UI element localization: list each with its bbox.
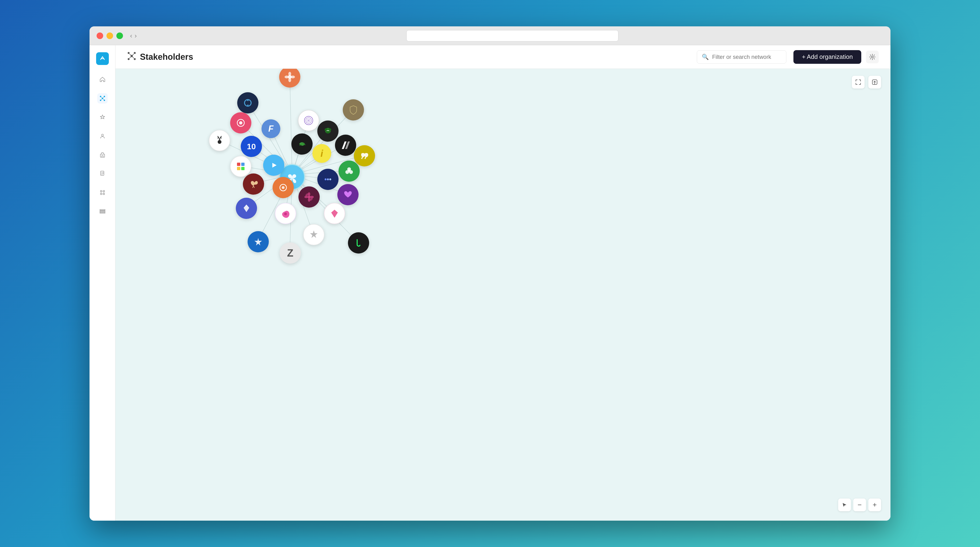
node-bird[interactable] [243,173,264,195]
node-purple-heart[interactable] [337,184,358,205]
node-i[interactable]: i [312,144,331,163]
svg-point-81 [326,131,330,133]
node-clover[interactable] [339,160,360,182]
node-play[interactable] [263,155,284,176]
url-bar[interactable] [406,30,618,41]
node-quote[interactable] [354,145,375,166]
svg-line-6 [101,97,102,98]
network-canvas: F 10 [115,69,891,521]
sidebar-item-organizations[interactable] [97,150,108,160]
svg-rect-106 [355,239,362,246]
search-input[interactable] [712,54,781,60]
svg-point-30 [134,52,136,54]
node-notch-star[interactable] [303,224,325,245]
sidebar-item-home[interactable] [97,75,108,85]
node-orange-circle[interactable] [272,177,294,198]
svg-point-4 [100,100,101,101]
sidebar-nav [97,75,108,217]
sidebar-item-favorites[interactable] [97,112,108,122]
svg-point-94 [327,178,329,180]
svg-point-32 [134,58,136,60]
node-sphere[interactable] [291,133,313,155]
svg-line-38 [290,76,292,174]
node-f[interactable]: F [261,119,280,138]
zoom-out-button[interactable]: − [853,498,866,511]
titlebar: ‹ › [89,26,891,45]
svg-line-9 [103,99,103,100]
svg-point-18 [103,190,105,192]
svg-point-5 [103,100,105,101]
zoom-in-button[interactable]: + [868,498,881,511]
svg-rect-13 [100,171,104,175]
sidebar-item-integrations[interactable] [97,187,108,198]
nav-arrows: ‹ › [130,32,137,40]
svg-point-2 [100,96,101,97]
navigate-button[interactable] [838,498,851,511]
svg-point-20 [103,193,105,195]
node-shield[interactable] [343,99,364,120]
close-button[interactable] [97,32,103,39]
node-cyan-star[interactable] [248,231,269,252]
forward-arrow[interactable]: › [135,32,137,40]
node-sync[interactable] [237,92,258,113]
svg-point-95 [329,178,331,180]
node-j[interactable] [348,232,369,254]
svg-point-82 [327,130,328,131]
add-organization-button[interactable]: + Add organization [794,50,861,64]
svg-rect-85 [237,163,240,166]
maximize-button[interactable] [116,32,123,39]
svg-point-70 [291,76,295,78]
search-bar[interactable]: 🔍 [697,51,786,63]
network-lines [115,69,891,521]
svg-rect-27 [100,212,105,213]
svg-rect-86 [241,163,245,166]
app-window: ‹ › [89,26,891,521]
svg-point-29 [128,52,130,54]
node-code[interactable] [317,169,339,190]
svg-rect-26 [100,211,105,212]
svg-point-28 [130,55,133,57]
main-area: Stakeholders 🔍 + Add organization [115,45,891,521]
svg-rect-88 [241,167,245,170]
svg-point-37 [872,56,873,58]
expand-button[interactable] [852,76,865,89]
node-z[interactable]: Z [280,243,301,263]
share-button[interactable] [868,76,881,89]
minimize-button[interactable] [107,32,113,39]
node-dark-flower[interactable] [299,186,320,208]
node-orange-top[interactable] [279,69,301,87]
svg-point-97 [282,186,285,189]
svg-line-35 [130,57,131,58]
node-monkey[interactable] [317,120,339,142]
svg-point-68 [288,78,291,82]
page-title: Stakeholders [140,52,193,62]
back-arrow[interactable]: ‹ [130,32,132,40]
svg-line-33 [130,54,131,55]
node-diamond2[interactable] [236,198,257,219]
zoom-controls: − + [838,498,881,511]
top-right-controls [852,76,881,89]
page-title-area: Stakeholders [127,52,690,62]
sidebar-item-settings[interactable] [97,206,108,217]
app-logo[interactable] [96,52,109,65]
node-diagonal[interactable] [335,135,356,156]
page-title-icon [127,52,136,62]
sidebar [89,45,115,521]
sidebar-item-people[interactable] [97,131,108,141]
toolbar: Stakeholders 🔍 + Add organization [115,45,891,69]
settings-button[interactable] [866,51,879,63]
node-record[interactable] [230,112,251,133]
node-pink-blob[interactable] [275,203,296,224]
svg-rect-25 [100,209,105,211]
node-10[interactable]: 10 [241,136,262,157]
svg-line-8 [101,99,102,100]
sidebar-item-network[interactable] [97,93,108,103]
svg-point-10 [102,134,103,136]
node-gem[interactable] [324,203,345,224]
svg-point-105 [284,212,287,216]
sidebar-item-documents[interactable] [97,168,108,179]
svg-line-34 [133,54,134,55]
node-deer[interactable] [209,130,230,151]
node-grid4[interactable] [230,156,251,177]
node-spiral[interactable] [298,110,319,131]
